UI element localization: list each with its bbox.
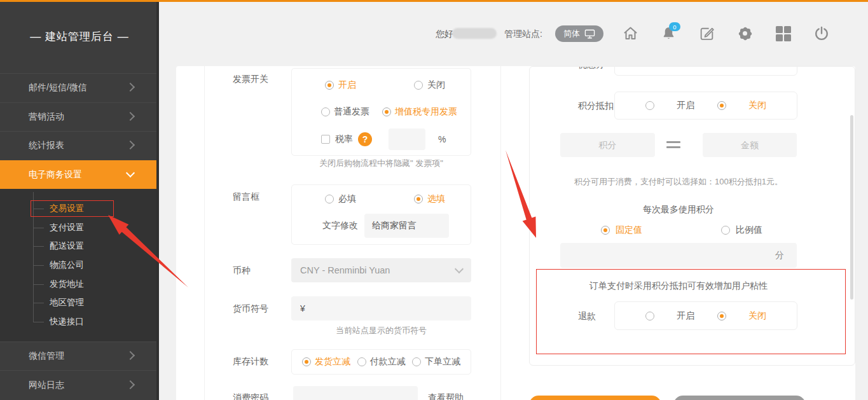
- panel-scrollbar-thumb[interactable]: [850, 115, 853, 300]
- sidebar-subitem-logistics-company[interactable]: 物流公司: [0, 256, 159, 275]
- view-help-link[interactable]: 查看帮助: [428, 392, 464, 400]
- refund-label: 退款: [578, 311, 596, 322]
- points-usage-note: 积分可用于消费，支付时可以选择如：100积分抵扣1元。: [530, 176, 827, 188]
- radio-normal-invoice[interactable]: [321, 107, 330, 116]
- logout-power-icon[interactable]: [813, 25, 830, 42]
- radio-message-optional[interactable]: [414, 195, 423, 203]
- notification-badge: 0: [669, 22, 680, 31]
- subitem-label: 快递接口: [50, 316, 84, 328]
- points-input[interactable]: [560, 133, 655, 157]
- max-points-input[interactable]: 分: [560, 243, 797, 268]
- sidebar-item-site-log[interactable]: 网站日志: [0, 370, 159, 399]
- radio-label[interactable]: 开启: [338, 79, 356, 91]
- edit-icon[interactable]: [698, 25, 715, 42]
- save-button[interactable]: [529, 396, 661, 400]
- amount-input[interactable]: [703, 133, 797, 157]
- message-text-input[interactable]: [364, 214, 449, 238]
- points-sticky-tip: 订单支付时采用积分抵扣可有效增加用户粘性: [530, 280, 827, 292]
- subitem-label: 物流公司: [50, 259, 84, 271]
- currency-select[interactable]: CNY - Renminbi Yuan: [291, 258, 471, 282]
- radio-label[interactable]: 普通发票: [334, 106, 369, 118]
- sidebar-item-statistics[interactable]: 统计报表: [0, 131, 159, 160]
- message-group-box: 必填 选填 文字修改: [291, 184, 471, 245]
- sidebar-nav: 邮件/短信/微信 营销活动 统计报表 电子商务设置 交易设置: [0, 73, 159, 399]
- header-icon-bar: 0: [622, 25, 830, 42]
- invoice-switch-label: 发票开关: [233, 74, 268, 85]
- sidebar-subitem-trade-settings[interactable]: 交易设置: [0, 199, 159, 218]
- chevron-right-icon: [126, 83, 135, 92]
- radio-stock-on-ship[interactable]: [302, 357, 311, 366]
- currency-symbol-input[interactable]: [291, 296, 471, 321]
- subitem-label: 发货地址: [50, 279, 84, 290]
- subitem-label: 支付设置: [50, 222, 84, 233]
- sidebar-subitem-payment-settings[interactable]: 支付设置: [0, 218, 159, 237]
- pay-password-input[interactable]: [293, 386, 418, 400]
- radio-stock-on-order[interactable]: [412, 357, 421, 366]
- sidebar-subitem-region-management[interactable]: 地区管理: [0, 293, 159, 312]
- sidebar-subitem-delivery-settings[interactable]: 配送设置: [0, 237, 159, 256]
- sidebar-item-ecommerce-settings[interactable]: 电子商务设置: [0, 160, 159, 190]
- language-site-pill[interactable]: 简体: [555, 25, 603, 42]
- points-settings-panel: 优惠分 开启 关闭 积分抵扣 开启 关闭 积分可用于消费，支付时可以选择如：10…: [529, 66, 855, 366]
- radio-label[interactable]: 开启: [677, 310, 694, 322]
- notifications-bell-icon[interactable]: 0: [660, 25, 677, 42]
- bonus-points-label: 优惠分: [578, 66, 605, 71]
- sidebar-item-label: 电子商务设置: [29, 169, 82, 181]
- radio-message-required[interactable]: [325, 195, 334, 203]
- tax-rate-checkbox[interactable]: [321, 135, 330, 144]
- home-icon[interactable]: [622, 25, 639, 42]
- radio-label[interactable]: 发货立减: [315, 356, 350, 368]
- max-points-title: 每次最多使用积分: [530, 204, 827, 216]
- monitor-icon: [584, 29, 595, 39]
- help-question-icon[interactable]: ?: [358, 132, 372, 146]
- radio-label[interactable]: 必填: [338, 193, 356, 205]
- sidebar-item-label: 营销活动: [29, 111, 64, 123]
- percent-sign: %: [438, 134, 446, 144]
- radio-label[interactable]: 比例值: [736, 224, 762, 236]
- radio-refund-on[interactable]: [645, 312, 654, 321]
- radio-label[interactable]: 开启: [677, 100, 694, 111]
- subitem-label: 地区管理: [50, 297, 84, 308]
- top-accent-bar: [0, 0, 868, 2]
- radio-deduct-on[interactable]: [645, 101, 654, 110]
- radio-label[interactable]: 关闭: [748, 66, 766, 67]
- radio-invoice-off[interactable]: [414, 81, 423, 90]
- radio-ratio-value[interactable]: [721, 226, 730, 235]
- cancel-button[interactable]: [673, 396, 806, 400]
- radio-deduct-off[interactable]: [717, 101, 726, 110]
- tax-rate-input[interactable]: [389, 128, 425, 150]
- invoice-note: 关闭后购物流程中将隐藏" 发票项": [291, 158, 471, 169]
- radio-label[interactable]: 选填: [427, 193, 445, 205]
- points-deduct-label: 积分抵扣: [578, 100, 614, 112]
- sidebar-item-marketing[interactable]: 营销活动: [0, 102, 159, 132]
- sidebar-item-wechat-management[interactable]: 微信管理: [0, 341, 159, 371]
- radio-label[interactable]: 关闭: [748, 100, 766, 111]
- radio-refund-off[interactable]: [717, 312, 726, 321]
- radio-label[interactable]: 关闭: [427, 79, 445, 91]
- sidebar-edge: [156, 0, 159, 400]
- pay-password-label: 消费密码: [233, 392, 268, 400]
- radio-label[interactable]: 开启: [677, 66, 694, 67]
- radio-label[interactable]: 固定值: [616, 224, 642, 236]
- sidebar-subitem-shipping-address[interactable]: 发货地址: [0, 275, 159, 294]
- language-label: 简体: [563, 28, 580, 39]
- sidebar-subitem-express-interface[interactable]: 快递接口: [0, 312, 159, 331]
- radio-stock-on-pay[interactable]: [357, 357, 366, 366]
- radio-label[interactable]: 增值税专用发票: [395, 106, 457, 118]
- radio-invoice-on[interactable]: [325, 81, 334, 90]
- radio-fixed-value[interactable]: [601, 226, 610, 235]
- radio-label[interactable]: 下单立减: [425, 356, 460, 368]
- apps-grid-icon[interactable]: [775, 25, 792, 42]
- invoice-group-box: 开启 关闭 普通发票 增值税专用发票 税率 ? %: [291, 68, 471, 156]
- sidebar-item-mail-sms-wechat[interactable]: 邮件/短信/微信: [0, 73, 159, 102]
- sidebar-item-label: 网站日志: [29, 380, 64, 391]
- currency-symbol-label: 货币符号: [233, 303, 268, 315]
- settings-gear-icon[interactable]: [736, 25, 754, 42]
- radio-label[interactable]: 关闭: [748, 310, 766, 322]
- radio-vat-invoice[interactable]: [382, 107, 391, 116]
- subitem-label: 配送设置: [50, 240, 84, 252]
- radio-label[interactable]: 付款立减: [370, 356, 406, 368]
- currency-select-value: CNY - Renminbi Yuan: [300, 265, 390, 275]
- tax-rate-label: 税率: [335, 134, 353, 145]
- app-window: — 建站管理后台 — 邮件/短信/微信 营销活动 统计报表 电子商务设置: [0, 0, 868, 400]
